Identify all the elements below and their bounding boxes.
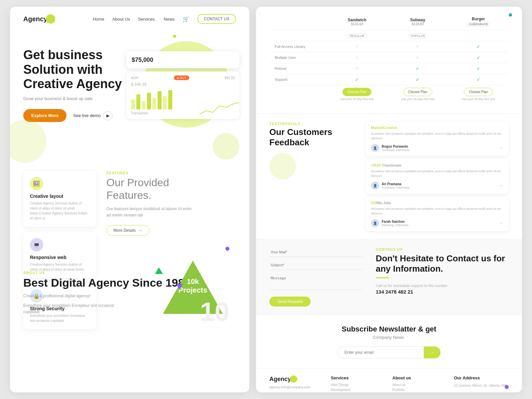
check-yes: ✓ (416, 66, 420, 71)
contact-button[interactable]: CONTACT US (197, 14, 236, 24)
footer-section: Agency agency-info@company.com f t in Se… (256, 368, 522, 392)
features-label: FEATURES (106, 171, 236, 175)
contact-section: Send Request CONTACT US Don't Hesitate t… (256, 239, 522, 315)
nav-links: Home About Us Services. News 🛒 CONTACT U… (93, 14, 236, 24)
contact-title: Don't Hesitate to Contact us for any Inf… (376, 253, 509, 274)
newsletter-submit[interactable]: → (424, 346, 441, 358)
check-no: ✕ (355, 44, 359, 49)
inner-stat-card: AGN ▲ BUY $45.50 $ 349.25 (126, 71, 239, 119)
check-yes: ✓ (355, 77, 359, 82)
fb-text-2: Excepteur sint occaecat cupidatat non pr… (371, 169, 503, 178)
check-yes: ✓ (476, 55, 480, 60)
author-info-3: Farah Saichon Bandung, Indonesia (382, 220, 408, 227)
chart-bar (152, 98, 156, 109)
feedback-left: TESTIMONIALS Our Customers Feedback (269, 122, 356, 231)
footer-logo-dot (290, 375, 297, 383)
features-col-header (269, 13, 327, 30)
fb-text-1: Excepteur sint occaecat cupidatat non pr… (371, 132, 503, 141)
contact-label: CONTACT US (376, 247, 509, 251)
chart-bar (163, 96, 167, 109)
arrow-next[interactable]: → (498, 145, 503, 151)
phone-number: 134 2478 482 21 (376, 289, 509, 295)
avatar-1: 👤 (371, 144, 379, 152)
chart-bar (168, 90, 172, 109)
contact-purple-dot (505, 385, 509, 389)
creative-desc: Creative Agency Services button of clien… (30, 201, 90, 221)
nav-news[interactable]: News (164, 17, 175, 22)
arrow-circle: ▶ (103, 111, 113, 120)
brand-3: DOMix.Jobs (371, 201, 503, 205)
message-input[interactable] (269, 273, 362, 290)
about-section: ABOUT US Best Digital Agency Since 1985.… (10, 257, 249, 325)
plan-subway-header: Subway $118,83 (387, 13, 448, 30)
check-yes: ✓ (476, 77, 480, 82)
choose-plan-sandwich[interactable]: Choose Plan (342, 88, 371, 96)
left-panel: Agency Home About Us Services. News 🛒 CO… (10, 7, 249, 392)
nav-home[interactable]: Home (93, 17, 104, 22)
about-desc: Creative & proffesional digital agency! (23, 293, 116, 299)
footer-logo: Agency (269, 375, 324, 383)
stat-amount: $75,000 (132, 57, 234, 64)
avatar-3: 👤 (371, 219, 379, 227)
cart-icon[interactable]: 🛒 (183, 16, 189, 22)
check-no: ✕ (355, 66, 359, 71)
check-yes: ✓ (476, 44, 480, 49)
feature-row-multiuser: Multiple User ✕ ✕ ✓ (269, 52, 509, 63)
card-header: AGN ▲ BUY $45.50 (131, 75, 235, 80)
purple-dot (225, 247, 229, 251)
feature-row-library: Full Access Library ✕ ✕ ✓ (269, 41, 509, 52)
contact-form: Send Request (269, 247, 362, 307)
subject-input[interactable] (269, 260, 362, 270)
hero-subtitle: Grow your business & boost up sale (23, 96, 116, 101)
status-tag: ▲ BUY (174, 75, 189, 80)
big-number: 10 (200, 299, 229, 325)
live-demo-button[interactable]: See live demo ▶ (73, 111, 112, 120)
choose-plan-subway[interactable]: Choose Plan (403, 88, 432, 96)
creative-icon: 🖼️ (30, 177, 43, 190)
feedback-label: TESTIMONIALS (269, 122, 356, 126)
responsive-icon: 💻 (30, 238, 43, 251)
features-text: FEATURES Our Provided Features. Our feat… (100, 171, 236, 236)
newsletter-section: Subscribe Newslatter & get Company News.… (256, 315, 522, 368)
newsletter-input[interactable] (337, 346, 424, 358)
newsletter-form: → (269, 346, 509, 358)
fb-author-2: 👤 Ari Pramana Surabaya, Indonesia → (371, 182, 503, 190)
call-text: Call us for immediate support to this nu… (376, 284, 509, 288)
feature-row-refund: Refund ✕ ✓ ✓ (269, 63, 509, 74)
plan-sandwich-header: Sandwich $115,63 (327, 13, 387, 30)
feature-row-support: Support ✓ ✓ ✓ (269, 74, 509, 85)
check-yes: ✓ (476, 66, 480, 71)
chart-bar (142, 101, 146, 109)
footer-email: agency-info@company.com (269, 385, 324, 389)
brand-1: MarketCreative (371, 126, 503, 130)
nav-about[interactable]: About Us (112, 17, 130, 22)
fb-text-3: Excepteur sint occaecat cupidatat non pr… (371, 207, 503, 216)
features-desc: Our features tempor incididunt ut labore… (106, 206, 193, 218)
more-details-button[interactable]: More Details → (106, 225, 149, 236)
arrow-next-3[interactable]: → (498, 220, 503, 226)
choose-plan-row: Choose Plan Get your 30-day free trial C… (269, 85, 509, 104)
author-info-2: Ari Pramana Surabaya, Indonesia (382, 182, 409, 189)
logo-text: Agency (23, 15, 47, 23)
chart-bar (158, 91, 162, 109)
check-no: ✕ (416, 55, 420, 60)
send-button[interactable]: Send Request (269, 297, 311, 307)
footer-address-col: Our Address 12 custoner Allison, St. Jak… (454, 375, 509, 392)
pricing-section: Sandwich $115,63 Subway $118,83 Burger C… (256, 7, 522, 113)
author-info-1: Bogus Purwanto Surabaya, Indonesia (382, 145, 409, 152)
footer-brand: Agency agency-info@company.com f t in (269, 375, 324, 392)
feedback-section: TESTIMONIALS Our Customers Feedback Mark… (256, 113, 522, 239)
arrow-next-2[interactable]: → (498, 183, 503, 189)
newsletter-title: Subscribe Newslatter & get (269, 325, 509, 333)
hero-title: Get business Solution with Creative Agen… (23, 48, 136, 91)
feedback-card-1: MarketCreative Excepteur sint occaecat c… (366, 122, 509, 156)
chart-bar (136, 94, 140, 109)
nav-services[interactable]: Services. (138, 17, 156, 22)
choose-plan-burger[interactable]: Choose Plan (464, 88, 493, 96)
mini-chart (131, 89, 235, 109)
feature-card-creative: 🖼️ Creative layout Creative Agency Servi… (23, 171, 96, 227)
plan-burger-header: Burger CORPORATE (448, 13, 509, 30)
mail-input[interactable] (269, 247, 362, 257)
contact-info: CONTACT US Don't Hesitate to Contact us … (376, 247, 509, 307)
about-desc2: Everythink your prombliem Exceptour sint… (23, 303, 116, 315)
